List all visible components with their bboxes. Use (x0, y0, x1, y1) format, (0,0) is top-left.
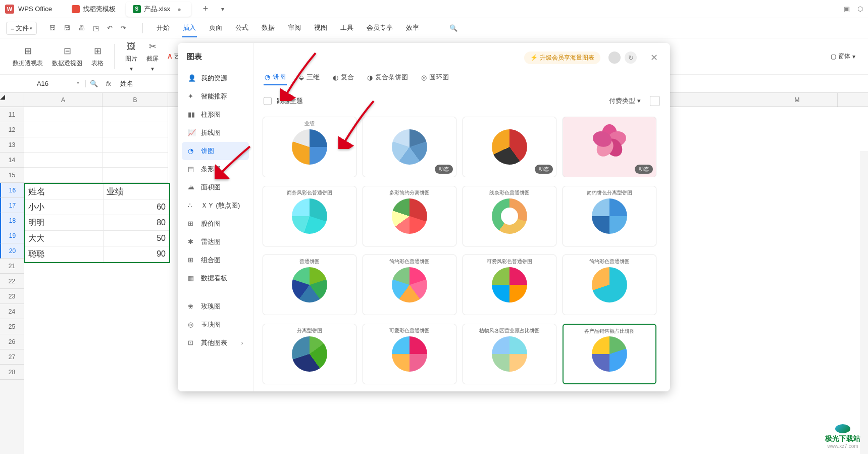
row-header[interactable]: 18 (0, 213, 24, 228)
sidebar-item-my-resources[interactable]: 👤我的资源 (182, 69, 249, 87)
grid-view-icon[interactable] (650, 96, 660, 106)
menu-tab-data[interactable]: 数据 (261, 19, 276, 37)
upgrade-badge[interactable]: ⚡ 升级会员享海量图表 (524, 52, 600, 64)
row-header[interactable]: 11 (0, 107, 24, 122)
template-card[interactable]: 线条彩色普通饼图 (463, 186, 556, 246)
sidebar-item-radar[interactable]: ✱雷达图 (182, 233, 249, 251)
search-icon[interactable]: 🔍 (449, 24, 457, 32)
redo-icon[interactable]: ↷ (119, 23, 128, 33)
refresh-icon[interactable]: ↻ (625, 52, 637, 64)
menu-tab-efficiency[interactable]: 效率 (405, 19, 420, 37)
window-button[interactable]: ▢ 窗体 ▾ (828, 52, 858, 61)
row-header[interactable]: 26 (0, 334, 24, 349)
row-header[interactable]: 22 (0, 274, 24, 289)
sidebar-item-stock[interactable]: ⊞股价图 (182, 215, 249, 233)
cell[interactable]: 60 (104, 199, 169, 215)
template-card[interactable]: 可爱彩色普通饼图 (363, 324, 456, 384)
cell-reference-input[interactable]: A16 (0, 80, 86, 87)
layout-icon[interactable]: ▣ (844, 5, 850, 13)
cell[interactable]: 姓名 (25, 184, 104, 199)
sidebar-item-dashboard[interactable]: ▦数据看板 (182, 269, 249, 287)
row-header[interactable]: 23 (0, 289, 24, 304)
sidebar-item-rose[interactable]: ❀玫瑰图 (182, 297, 249, 316)
cell[interactable]: 50 (104, 231, 169, 246)
col-header[interactable]: B (103, 93, 168, 107)
sidebar-item-xy[interactable]: ∴ＸＹ (散点图) (182, 196, 249, 215)
template-card[interactable]: 分离型饼图 (263, 324, 356, 384)
zoom-icon[interactable]: 🔍 (86, 80, 102, 87)
row-header[interactable]: 14 (0, 153, 24, 168)
menu-tab-start[interactable]: 开始 (156, 19, 171, 37)
row-header[interactable]: 17 (0, 198, 24, 213)
menu-tab-view[interactable]: 视图 (313, 19, 328, 37)
picture-button[interactable]: 🖼图片 ▾ (123, 40, 140, 72)
template-card[interactable]: 可爱风彩色普通饼图 (463, 255, 556, 315)
print-icon[interactable]: 🖶 (76, 23, 87, 33)
row-header[interactable]: 21 (0, 259, 24, 274)
col-header[interactable]: M (757, 93, 838, 107)
template-card[interactable]: 简约彩色普通饼图 (363, 255, 456, 315)
row-header[interactable]: 12 (0, 122, 24, 137)
template-card[interactable]: 普通饼图 (263, 255, 356, 315)
print-preview-icon[interactable]: ◳ (91, 23, 101, 33)
cell[interactable]: 明明 (25, 215, 104, 231)
row-header[interactable]: 19 (0, 228, 24, 243)
table-button[interactable]: ⊞表格 (89, 45, 106, 68)
tab-add-button[interactable]: + (199, 3, 212, 15)
row-header[interactable]: 20 (0, 243, 24, 259)
sidebar-item-area[interactable]: ⛰面积图 (182, 178, 249, 196)
sidebar-item-column[interactable]: ▮▮柱形图 (182, 106, 249, 124)
row-header[interactable]: 15 (0, 168, 24, 183)
pivot-table-button[interactable]: ⊞数据透视表 (10, 45, 45, 68)
pay-type-dropdown[interactable]: 付费类型 ▾ (605, 94, 645, 108)
cell[interactable]: 聪聪 (25, 246, 104, 262)
corner-cell[interactable]: ◢ (0, 93, 24, 107)
subtype-tab-composite-bar[interactable]: ◑复合条饼图 (366, 69, 409, 85)
pivot-chart-button[interactable]: ⊟数据透视图 (49, 45, 85, 68)
row-header[interactable]: 16 (0, 183, 24, 198)
template-card[interactable]: 动态 (463, 117, 556, 177)
row-header[interactable]: 25 (0, 319, 24, 334)
menu-tab-tools[interactable]: 工具 (339, 19, 354, 37)
save-icon[interactable]: 🖫 (47, 23, 58, 33)
template-card[interactable]: 简约彩色普通饼图 (563, 255, 656, 315)
template-card-selected[interactable]: 各产品销售额占比饼图 (563, 324, 656, 384)
cube-icon[interactable]: ⬡ (857, 5, 863, 13)
subtype-tab-composite[interactable]: ◐复合 (332, 69, 355, 85)
sidebar-item-line[interactable]: 📈折线图 (182, 124, 249, 142)
follow-theme-checkbox[interactable] (264, 97, 272, 105)
menu-tab-review[interactable]: 审阅 (287, 19, 302, 37)
row-header[interactable]: 13 (0, 137, 24, 153)
tab-template[interactable]: 找稻壳模板 (65, 2, 123, 17)
sidebar-item-smart-recommend[interactable]: ✦智能推荐 (182, 87, 249, 106)
template-card[interactable]: 多彩简约分离饼图 (363, 186, 456, 246)
row-header[interactable]: 24 (0, 304, 24, 319)
menu-tab-formula[interactable]: 公式 (234, 19, 249, 37)
menu-tab-page[interactable]: 页面 (208, 19, 223, 37)
template-card[interactable]: 商务风彩色普通饼图 (263, 186, 356, 246)
cell[interactable]: 业绩 (104, 184, 169, 199)
tab-close-icon[interactable]: ● (177, 6, 184, 13)
screenshot-button[interactable]: ✂截屏 ▾ (144, 40, 161, 72)
cell[interactable]: 小小 (25, 199, 104, 215)
subtype-tab-donut[interactable]: ◎圆环图 (420, 69, 450, 85)
row-header[interactable]: 27 (0, 349, 24, 365)
cell[interactable]: 80 (104, 215, 169, 231)
fx-button[interactable]: fx (102, 80, 115, 87)
col-header[interactable]: A (24, 93, 103, 107)
menu-tab-insert[interactable]: 插入 (182, 19, 197, 37)
sidebar-item-jade[interactable]: ◎玉玦图 (182, 316, 249, 334)
file-menu-button[interactable]: ≡ 文件 ▾ (6, 22, 37, 35)
tab-menu-button[interactable]: ▾ (217, 3, 229, 15)
tab-file[interactable]: S 产品.xlsx ● (126, 2, 191, 17)
template-card[interactable]: 植物风各区营业额占比饼图 (463, 324, 556, 384)
row-header[interactable]: 28 (0, 365, 24, 380)
cell[interactable]: 90 (104, 246, 169, 262)
save-as-icon[interactable]: 🖫 (62, 23, 72, 33)
menu-tab-member[interactable]: 会员专享 (366, 19, 394, 37)
avatar[interactable] (608, 52, 621, 64)
sidebar-item-other[interactable]: ⊡其他图表 › (182, 334, 249, 352)
template-card[interactable]: 简约饼色分离型饼图 (563, 186, 656, 246)
selected-range[interactable]: 姓名业绩 小小60 明明80 大大50 聪聪90 (24, 183, 170, 263)
cell[interactable]: 大大 (25, 231, 104, 246)
